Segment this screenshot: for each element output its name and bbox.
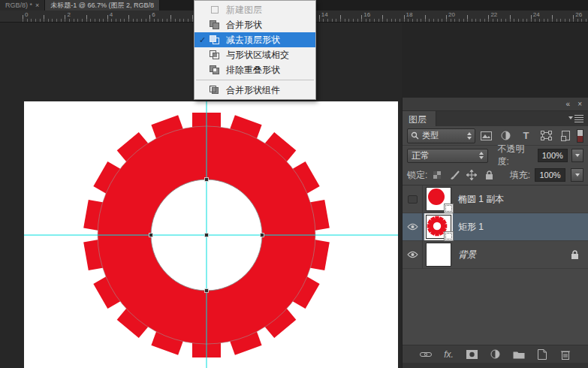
visibility-toggle[interactable]: [403, 213, 423, 241]
exclude-shapes-icon: [210, 65, 221, 75]
intersect-shapes-icon: [210, 50, 221, 60]
ruler-number: 26: [575, 11, 582, 18]
close-panel-icon[interactable]: ×: [577, 100, 582, 108]
blend-mode-row: 正常 不透明度: 100%: [403, 146, 588, 165]
layer-style-fx-icon[interactable]: fx.: [442, 348, 456, 360]
layer-row[interactable]: 背景: [403, 241, 588, 269]
eye-icon: [407, 223, 418, 231]
lock-transparency-icon[interactable]: [432, 170, 442, 180]
ruler-number: 6: [152, 11, 155, 18]
lock-label: 锁定:: [407, 169, 427, 182]
lock-all-icon[interactable]: [484, 170, 494, 180]
lock-pixels-icon[interactable]: [449, 170, 460, 180]
add-layer-mask-icon[interactable]: [466, 348, 479, 360]
updown-arrows-icon: [479, 152, 484, 159]
ruler-number: 24: [533, 11, 540, 18]
fill-value-field[interactable]: 100%: [535, 168, 565, 182]
updown-arrows-icon: [467, 132, 472, 140]
new-layer-icon[interactable]: [535, 348, 549, 360]
link-layers-icon[interactable]: [419, 348, 433, 360]
vector-mask-brackets-icon: [444, 231, 454, 241]
ruler-number: 16: [363, 11, 370, 18]
layer-filter-row: 类型 T: [403, 126, 588, 146]
menu-item[interactable]: ✓ 减去顶层形状: [194, 32, 315, 47]
ruler-number: 2: [67, 11, 70, 18]
layer-thumbnail[interactable]: [426, 243, 451, 267]
unite-shapes-icon: [210, 20, 221, 30]
layers-panel: « × 图层 类型 T: [402, 98, 588, 368]
document-tab-label: 未标题-1 @ 66.7% (图层 2, RGB/8: [50, 1, 154, 11]
panel-tabrow: 图层: [403, 111, 588, 126]
menu-item[interactable]: 排除重叠形状: [194, 62, 315, 77]
subtract-front-shape-icon: [210, 35, 221, 45]
blend-mode-value: 正常: [412, 149, 479, 162]
menu-item-label: 排除重叠形状: [226, 64, 280, 77]
ruler-number: 18: [406, 11, 413, 18]
layers-panel-footer: fx.: [403, 345, 588, 363]
new-layer-shape-icon: [210, 5, 221, 15]
filter-type-label: 类型: [422, 130, 464, 141]
layer-thumbnail[interactable]: [426, 215, 451, 239]
layer-thumbnail[interactable]: [426, 187, 451, 211]
layer-row[interactable]: 椭圆 1 副本: [403, 186, 588, 213]
collapse-panel-icon[interactable]: «: [566, 100, 571, 108]
filter-pixel-layers-button[interactable]: [477, 128, 496, 143]
menu-divider: [196, 80, 314, 80]
fill-dropdown-button[interactable]: [571, 168, 583, 182]
panel-topbar: « ×: [403, 98, 588, 111]
visibility-toggle[interactable]: [403, 241, 423, 269]
checkmark-icon: ✓: [199, 35, 210, 45]
panel-resize-strip[interactable]: [403, 363, 588, 368]
photoshop-window: RGB/8) * × 未标题-1 @ 66.7% (图层 2, RGB/8 02…: [0, 0, 588, 368]
blend-mode-select[interactable]: 正常: [407, 149, 488, 163]
ruler-number: 4: [110, 11, 113, 18]
menu-item-label: 与形状区域相交: [226, 49, 289, 62]
panel-menu-icon[interactable]: [568, 114, 583, 123]
opacity-dropdown-button[interactable]: [571, 149, 583, 162]
opacity-value-field[interactable]: 100%: [538, 149, 568, 162]
eye-icon: [407, 251, 418, 258]
filter-on-off-toggle[interactable]: [577, 129, 583, 143]
layer-lock-icon: [571, 250, 579, 260]
new-group-icon[interactable]: [512, 348, 526, 360]
visibility-empty-box: [408, 195, 418, 204]
opacity-label: 不透明度:: [497, 143, 535, 168]
layer-list: 椭圆 1 副本 矩形 1 背景: [403, 186, 588, 269]
document-tab-label: RGB/8) *: [5, 2, 32, 9]
merge-shape-components-icon: [210, 86, 221, 95]
lock-icons-group: [432, 170, 494, 180]
ruler-number: 14: [321, 11, 328, 18]
menu-item[interactable]: 合并形状: [194, 17, 315, 32]
lock-position-icon[interactable]: [466, 170, 477, 180]
menu-item-label: 合并形状: [226, 19, 262, 32]
ruler-number: 20: [448, 11, 455, 18]
menu-item[interactable]: 合并形状组件: [194, 83, 315, 98]
ruler-number: 0: [25, 11, 28, 18]
visibility-toggle[interactable]: [403, 186, 423, 213]
delete-layer-icon[interactable]: [559, 348, 572, 360]
filter-shape-layers-button[interactable]: [537, 128, 556, 143]
filter-type-layers-button[interactable]: T: [517, 128, 535, 143]
menu-item-label: 减去顶层形状: [226, 34, 280, 47]
menu-lines-icon: [574, 115, 583, 122]
layers-panel-tab[interactable]: 图层: [403, 111, 436, 126]
menu-item[interactable]: 与形状区域相交: [194, 47, 315, 62]
document-canvas[interactable]: [24, 101, 398, 368]
lock-row: 锁定: 填充: 100%: [403, 165, 588, 186]
menu-item[interactable]: 新建图层: [194, 2, 315, 17]
menu-item-label: 新建图层: [226, 4, 262, 17]
filter-smart-objects-button[interactable]: [556, 128, 575, 143]
filter-adjustment-layers-button[interactable]: [497, 128, 516, 143]
document-tab-active[interactable]: 未标题-1 @ 66.7% (图层 2, RGB/8: [45, 0, 160, 11]
fill-label: 填充:: [510, 169, 530, 182]
chevron-down-icon: [568, 116, 573, 119]
layer-name: 椭圆 1 副本: [458, 193, 588, 206]
filter-type-select[interactable]: 类型: [407, 128, 475, 143]
layer-name: 矩形 1: [458, 221, 588, 234]
close-tab-icon[interactable]: ×: [35, 2, 39, 9]
document-tab-previous[interactable]: RGB/8) * ×: [0, 0, 45, 11]
shape-combine-menu: 新建图层 合并形状 ✓ 减去顶层形状 与形状区域相交 排除重叠形状 合并形状组件: [194, 0, 316, 100]
layer-row[interactable]: 矩形 1: [403, 213, 588, 241]
new-adjustment-layer-icon[interactable]: [489, 348, 502, 360]
vector-mask-brackets-icon: [444, 204, 454, 213]
